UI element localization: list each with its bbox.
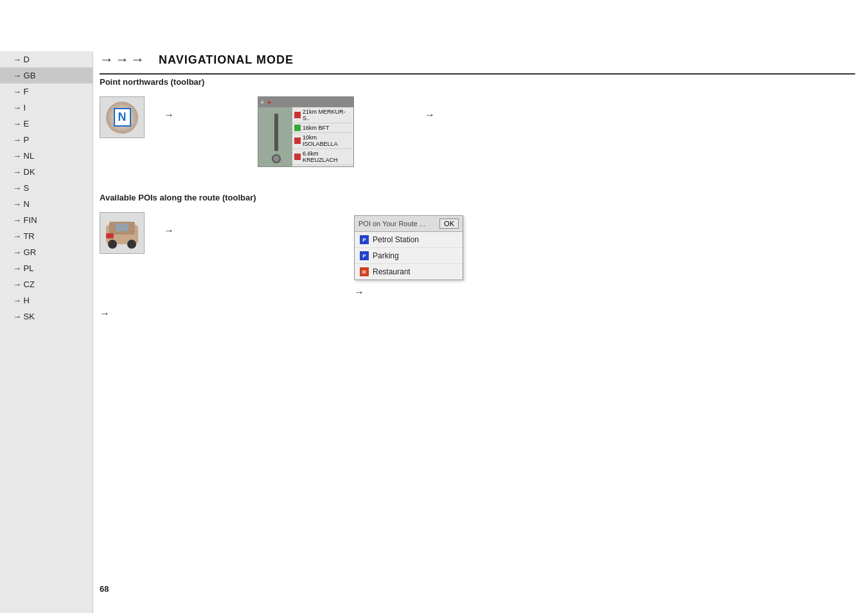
sidebar-item-e[interactable]: → E (0, 116, 93, 132)
map-list-text-2: 10km ISOLABELLA (303, 134, 351, 147)
car-icon (103, 215, 141, 251)
map-header: ≡ ✦ (258, 97, 353, 107)
sidebar-item-p[interactable]: → P (0, 132, 93, 148)
poi-panel-item-restaurant[interactable]: R Restaurant (355, 264, 463, 280)
svg-rect-5 (106, 233, 114, 238)
poi-restaurant-label: Restaurant (373, 267, 411, 276)
section2-arrow1: → (164, 225, 174, 236)
map-thumbnail-container: ≡ ✦ 21km MERKUR-S.. 16km BFT (258, 96, 354, 167)
nav-car-image (100, 212, 145, 254)
map-thumbnail: ≡ ✦ 21km MERKUR-S.. 16km BFT (258, 96, 354, 167)
poi-panel-header: POI on Your Route ... OK (355, 216, 463, 232)
poi-panel-item-parking[interactable]: P Parking (355, 248, 463, 264)
parking-icon: P (360, 251, 369, 260)
map-list-text-0: 21km MERKUR-S.. (303, 109, 351, 121)
page-title: NAVIGATIONAL MODE (159, 53, 294, 67)
map-list-icon-2 (294, 138, 301, 144)
main-content: Point northwards (toolbar) N → ≡ ✦ (100, 77, 855, 319)
poi-panel-ok-button[interactable]: OK (439, 218, 459, 229)
section2-left-arrow: → (100, 308, 110, 319)
petrol-icon: P (360, 235, 369, 244)
compass-n-label: N (114, 108, 131, 127)
map-poi-list: 21km MERKUR-S.. 16km BFT 10km ISOLABELLA… (292, 107, 353, 166)
map-list-item-4: 3.4km RASTPLATZ (292, 165, 353, 167)
sidebar-item-h[interactable]: → H (0, 292, 93, 308)
map-list-item-0: 21km MERKUR-S.. (292, 107, 353, 123)
road-bar (274, 114, 278, 151)
map-list-text-1: 16km BFT (303, 125, 330, 131)
page-number: 68 (100, 584, 109, 594)
sidebar-item-tr[interactable]: → TR (0, 228, 93, 244)
poi-parking-label: Parking (373, 251, 399, 260)
map-list-item-3: 6.6km KREUZLACH (292, 149, 353, 165)
section1-arrow2: → (425, 109, 435, 120)
sidebar: → D → GB → F → I → E → P → NL → DK → S →… (0, 51, 93, 613)
map-list-icon-0 (294, 112, 301, 118)
poi-panel-item-petrol[interactable]: P Petrol Station (355, 232, 463, 248)
map-list-text-4: 3.4km RASTPLATZ (303, 166, 351, 167)
sidebar-item-gr[interactable]: → GR (0, 244, 93, 260)
road-circle (272, 154, 281, 163)
restaurant-icon: R (360, 267, 369, 276)
section2-arrow2: → (354, 287, 364, 298)
sidebar-item-dk[interactable]: → DK (0, 164, 93, 180)
map-list-icon-1 (294, 125, 301, 131)
poi-panel: POI on Your Route ... OK P Petrol Statio… (354, 215, 463, 280)
poi-petrol-label: Petrol Station (373, 235, 419, 244)
sidebar-item-gb[interactable]: → GB (0, 67, 93, 84)
arrows-logo: →→→ (100, 51, 146, 68)
map-road-col (258, 107, 294, 166)
poi-section: Available POIs along the route (toolbar)… (100, 193, 855, 319)
compass-image: N (100, 96, 145, 138)
sidebar-item-nl[interactable]: → NL (0, 148, 93, 164)
sidebar-item-f[interactable]: → F (0, 84, 93, 100)
map-list-item-1: 16km BFT (292, 123, 353, 133)
header-bar: →→→ NAVIGATIONAL MODE (100, 51, 855, 75)
map-list-icon-3 (294, 154, 301, 160)
map-list-item-2: 10km ISOLABELLA (292, 133, 353, 149)
section1-label: Point northwards (toolbar) (100, 77, 855, 87)
sidebar-item-pl[interactable]: → PL (0, 260, 93, 276)
svg-point-2 (108, 240, 117, 249)
svg-rect-4 (116, 224, 128, 231)
sidebar-item-i[interactable]: → I (0, 100, 93, 116)
map-list-text-3: 6.6km KREUZLACH (303, 150, 351, 163)
svg-point-3 (127, 240, 136, 249)
section2-label: Available POIs along the route (toolbar) (100, 193, 855, 202)
section1-arrow1: → (164, 109, 174, 120)
sidebar-item-fin[interactable]: → FIN (0, 212, 93, 228)
sidebar-item-cz[interactable]: → CZ (0, 276, 93, 292)
sidebar-item-sk[interactable]: → SK (0, 308, 93, 324)
sidebar-item-d[interactable]: → D (0, 51, 93, 67)
sidebar-item-n[interactable]: → N (0, 196, 93, 212)
sidebar-item-s[interactable]: → S (0, 180, 93, 196)
poi-panel-title: POI on Your Route ... (359, 220, 425, 227)
